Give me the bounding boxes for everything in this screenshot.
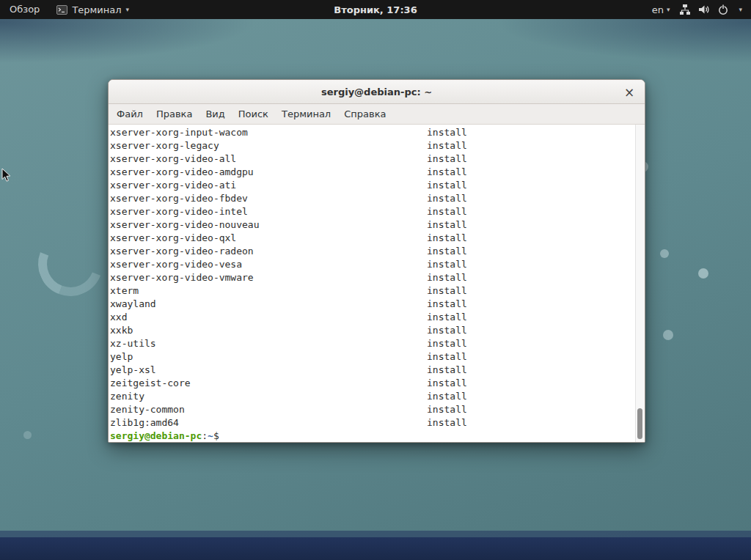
package-row: xserver-xorg-video-intelinstall [110,205,634,218]
mouse-cursor [1,168,12,185]
package-row: xwaylandinstall [110,298,634,311]
wallpaper-dot [660,249,669,258]
volume-icon [698,4,710,15]
wallpaper-bottom-band [0,537,751,560]
package-name: xserver-xorg-video-vmware [110,272,254,283]
package-name: yelp [110,351,133,362]
package-row: xserver-xorg-input-wacominstall [110,126,634,139]
prompt-user-host: sergiy@debian-pc [110,430,202,441]
close-button[interactable]: × [620,80,638,104]
package-status: install [427,377,467,390]
package-name: xxkb [110,325,133,336]
package-status: install [427,350,467,364]
package-name: xxd [110,312,127,323]
package-name: yelp-xsl [110,364,156,375]
network-icon [679,4,691,15]
package-name: xserver-xorg-legacy [110,140,219,151]
wallpaper-dot [663,330,673,340]
menubar-item[interactable]: Файл [110,104,150,125]
terminal-body[interactable]: xserver-xorg-input-wacominstallxserver-x… [109,125,645,442]
package-status: install [427,390,467,403]
terminal-output: xserver-xorg-input-wacominstallxserver-x… [110,126,634,430]
package-status: install [427,232,467,245]
package-row: xserver-xorg-video-amdgpuinstall [110,166,634,179]
package-name: xserver-xorg-video-radeon [110,246,254,257]
menubar-item[interactable]: Вид [199,104,231,125]
package-row: xserver-xorg-video-fbdevinstall [110,192,634,205]
clock[interactable]: Вторник, 17:36 [0,4,751,15]
package-name: zlib1g:amd64 [110,417,179,428]
package-status: install [427,166,467,179]
prompt-path: ~ [208,430,213,441]
package-name: xserver-xorg-video-nouveau [110,219,260,230]
scrollbar-track[interactable] [635,125,645,442]
package-name: zenity [110,391,144,402]
shell-prompt: sergiy@debian-pc:~$ [110,430,634,443]
package-status: install [427,364,467,377]
package-row: xxkbinstall [110,324,634,337]
scrollbar-thumb[interactable] [637,408,642,439]
package-name: xz-utils [110,338,156,349]
package-name: zeitgeist-core [110,377,191,388]
window-title: sergiy@debian-pc: ~ [321,86,432,97]
package-status: install [427,416,467,430]
package-name: xwayland [110,298,156,309]
power-icon [717,4,729,15]
package-status: install [427,152,467,166]
menubar-item[interactable]: Терминал [275,104,337,125]
package-row: xserver-xorg-video-nouveauinstall [110,218,634,232]
package-status: install [427,324,467,337]
package-status: install [427,311,467,324]
package-name: xserver-xorg-video-ati [110,180,236,191]
package-status: install [427,126,467,139]
package-row: xserver-xorg-video-qxlinstall [110,232,634,245]
package-status: install [427,245,467,258]
package-row: zlib1g:amd64install [110,416,634,430]
package-row: xserver-xorg-video-vesainstall [110,258,634,271]
package-status: install [427,192,467,205]
package-name: xserver-xorg-video-intel [110,206,248,217]
terminal-window: sergiy@debian-pc: ~ × ФайлПравкаВидПоиск… [108,79,645,443]
menubar-item[interactable]: Правка [150,104,199,125]
top-bar: Обзор Терминал ▾ Вторник, 17:36 en ▾ [0,0,751,19]
package-status: install [427,205,467,218]
package-row: xterminstall [110,284,634,298]
package-row: xserver-xorg-video-radeoninstall [110,245,634,258]
wallpaper-dot [698,268,708,279]
package-name: xserver-xorg-video-qxl [110,232,236,243]
package-row: xserver-xorg-legacyinstall [110,139,634,152]
package-status: install [427,403,467,416]
wallpaper-wave [0,531,751,537]
package-name: xserver-xorg-video-amdgpu [110,166,254,177]
package-row: yelp-xslinstall [110,364,634,377]
package-row: xxdinstall [110,311,634,324]
package-row: yelpinstall [110,350,634,364]
package-row: xserver-xorg-video-vmwareinstall [110,271,634,284]
keyboard-layout-indicator[interactable]: en ▾ [652,4,670,15]
package-row: zenityinstall [110,390,634,403]
package-status: install [427,139,467,152]
prompt-colon: : [202,430,208,441]
wallpaper-dot [23,431,32,439]
package-status: install [427,271,467,284]
menu-bar: ФайлПравкаВидПоискТерминалСправка [109,104,645,125]
system-icons[interactable] [679,4,729,15]
package-status: install [427,337,467,350]
package-status: install [427,258,467,271]
chevron-down-icon: ▾ [739,6,742,13]
menubar-item[interactable]: Поиск [232,104,275,125]
keyboard-layout-label: en [652,4,664,15]
package-name: xserver-xorg-video-all [110,153,236,164]
package-row: xserver-xorg-video-allinstall [110,152,634,166]
system-status-area[interactable]: en ▾ [648,0,747,19]
package-row: xz-utilsinstall [110,337,634,350]
package-row: zenity-commoninstall [110,403,634,416]
window-titlebar[interactable]: sergiy@debian-pc: ~ × [109,80,645,104]
package-row: zeitgeist-coreinstall [110,377,634,390]
menubar-item[interactable]: Справка [337,104,392,125]
prompt-dollar: $ [213,430,219,441]
package-name: xserver-xorg-video-vesa [110,259,242,270]
package-name: zenity-common [110,404,185,415]
chevron-down-icon: ▾ [667,6,670,13]
package-status: install [427,179,467,192]
